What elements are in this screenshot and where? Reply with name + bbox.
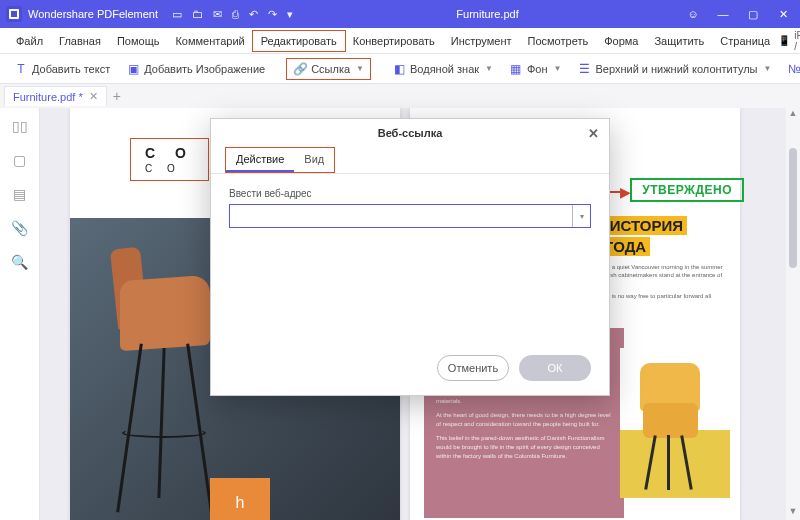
scroll-up-icon[interactable]: ▲ xyxy=(786,108,800,122)
approved-stamp: УТВЕРЖДЕНО xyxy=(630,178,744,202)
dialog-tab-action[interactable]: Действие xyxy=(226,148,294,172)
quick-actions: ▭ 🗀 ✉ ⎙ ↶ ↷ ▾ xyxy=(172,8,293,21)
dialog-tabs: Действие Вид xyxy=(211,147,609,174)
web-link-dialog: Веб-ссылка ✕ Действие Вид Ввести веб-адр… xyxy=(210,118,610,396)
document-tabs: Furniture.pdf * ✕ + xyxy=(0,84,800,108)
link-icon: 🔗 xyxy=(293,62,307,76)
device-selector[interactable]: 📱 iPhone / iPad xyxy=(778,30,800,52)
watermark-icon: ◧ xyxy=(392,62,406,76)
maximize-button[interactable]: ▢ xyxy=(742,8,764,21)
menu-edit[interactable]: Редактировать xyxy=(253,31,345,51)
dialog-body: Ввести веб-адрес ▾ xyxy=(211,174,609,242)
url-label: Ввести веб-адрес xyxy=(229,188,591,199)
print-icon[interactable]: ⎙ xyxy=(232,8,239,21)
dialog-close-icon[interactable]: ✕ xyxy=(588,126,599,141)
menubar: Файл Главная Помощь Комментарий Редактир… xyxy=(0,28,800,54)
chevron-down-icon: ▼ xyxy=(356,64,364,73)
header-footer-button[interactable]: ☰Верхний и нижний колонтитулы▼ xyxy=(571,59,777,79)
tab-add-button[interactable]: + xyxy=(113,88,121,104)
tab-furniture[interactable]: Furniture.pdf * ✕ xyxy=(4,86,107,106)
vertical-scrollbar[interactable]: ▲ ▼ xyxy=(786,108,800,520)
url-dropdown-icon[interactable]: ▾ xyxy=(572,205,590,227)
menu-tool[interactable]: Инструмент xyxy=(443,31,520,51)
tab-close-icon[interactable]: ✕ xyxy=(89,90,98,103)
menu-view[interactable]: Посмотреть xyxy=(520,31,597,51)
comments-icon[interactable]: ▤ xyxy=(13,186,26,202)
scroll-thumb[interactable] xyxy=(789,148,797,268)
document-title: Furniture.pdf xyxy=(293,8,682,20)
dialog-buttons: Отменить ОК xyxy=(437,355,591,381)
menu-comment[interactable]: Комментарий xyxy=(167,31,252,51)
titlebar: Wondershare PDFelement ▭ 🗀 ✉ ⎙ ↶ ↷ ▾ Fur… xyxy=(0,0,800,28)
brand-name: Wondershare PDFelement xyxy=(28,8,158,20)
folder-icon[interactable]: 🗀 xyxy=(192,8,203,21)
text-icon: T xyxy=(14,62,28,76)
bates-icon: № xyxy=(787,62,800,76)
undo-icon[interactable]: ↶ xyxy=(249,8,258,21)
search-icon[interactable]: 🔍 xyxy=(11,254,28,270)
background-icon: ▦ xyxy=(509,62,523,76)
orange-badge: h xyxy=(210,478,270,520)
cancel-button[interactable]: Отменить xyxy=(437,355,509,381)
left-sidebar: ▯▯ ▢ ▤ 📎 🔍 xyxy=(0,108,40,520)
image-icon: ▣ xyxy=(126,62,140,76)
logo-box: C O C O xyxy=(130,138,209,181)
menu-help[interactable]: Помощь xyxy=(109,31,168,51)
phone-icon: 📱 xyxy=(778,35,790,46)
mail-icon[interactable]: ✉ xyxy=(213,8,222,21)
redo-icon[interactable]: ↷ xyxy=(268,8,277,21)
ok-button[interactable]: ОК xyxy=(519,355,591,381)
dialog-title: Веб-ссылка ✕ xyxy=(211,119,609,147)
header-footer-icon: ☰ xyxy=(577,62,591,76)
bates-button[interactable]: №Номера Бейтса▼ xyxy=(781,59,800,79)
open-icon[interactable]: ▭ xyxy=(172,8,182,21)
menu-file[interactable]: Файл xyxy=(8,31,51,51)
attachments-icon[interactable]: 📎 xyxy=(11,220,28,236)
bookmark-icon[interactable]: ▢ xyxy=(13,152,26,168)
watermark-button[interactable]: ◧Водяной знак▼ xyxy=(386,59,499,79)
link-button[interactable]: 🔗Ссылка▼ xyxy=(287,59,370,79)
menu-convert[interactable]: Конвертировать xyxy=(345,31,443,51)
chevron-down-icon[interactable]: ▾ xyxy=(287,8,293,21)
close-button[interactable]: ✕ xyxy=(772,8,794,21)
brand: Wondershare PDFelement xyxy=(6,6,158,22)
chair2-illustration xyxy=(635,363,710,483)
feedback-icon[interactable]: ☺ xyxy=(682,8,704,20)
menu-home[interactable]: Главная xyxy=(51,31,109,51)
menu-protect[interactable]: Защитить xyxy=(646,31,712,51)
thumbnails-icon[interactable]: ▯▯ xyxy=(12,118,28,134)
window-controls: ☺ — ▢ ✕ xyxy=(682,8,794,21)
add-text-button[interactable]: TДобавить текст xyxy=(8,59,116,79)
add-image-button[interactable]: ▣Добавить Изображение xyxy=(120,59,271,79)
edit-toolbar: TДобавить текст ▣Добавить Изображение 🔗С… xyxy=(0,54,800,84)
minimize-button[interactable]: — xyxy=(712,8,734,20)
menu-form[interactable]: Форма xyxy=(596,31,646,51)
background-button[interactable]: ▦Фон▼ xyxy=(503,59,567,79)
app-logo-icon xyxy=(6,6,22,22)
menu-page[interactable]: Страница xyxy=(712,31,778,51)
dialog-tab-view[interactable]: Вид xyxy=(294,148,334,172)
url-input[interactable]: ▾ xyxy=(229,204,591,228)
scroll-down-icon[interactable]: ▼ xyxy=(786,506,800,520)
